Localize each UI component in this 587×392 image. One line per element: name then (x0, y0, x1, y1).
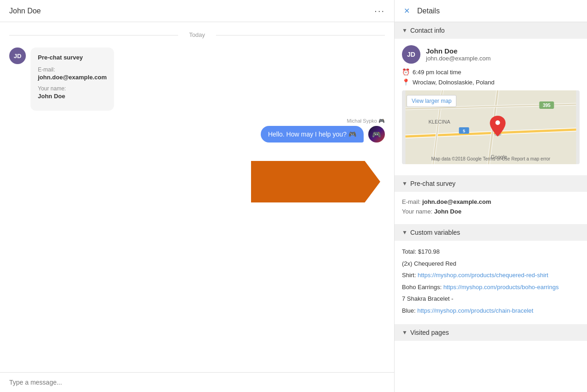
chat-panel: John Doe ··· Today JD Pre-chat survey E-… (0, 0, 395, 392)
svg-text:KLECINA: KLECINA (429, 119, 451, 125)
name-label: Your name: (38, 85, 107, 92)
total-value: $170.98 (418, 248, 440, 255)
name-value: John Doe (38, 93, 107, 100)
custom-vars-body: Total: $170.98 (2x) Chequered Red Shirt:… (395, 241, 587, 324)
location-icon: 📍 (402, 78, 410, 86)
contact-details: John Doe john.doe@example.com (426, 47, 491, 62)
chat-messages: Today JD Pre-chat survey E-mail: john.do… (0, 22, 394, 372)
svg-text:5: 5 (463, 129, 465, 133)
pre-chat-bubble: Pre-chat survey E-mail: john.doe@example… (30, 48, 114, 111)
sticker-shape (251, 161, 385, 207)
item3-link-row: Blue: https://myshop.com/products/chain-… (402, 306, 580, 315)
agent-avatar: 🎮 (368, 126, 385, 143)
contact-info-label: Contact info (410, 27, 445, 34)
local-time-row: ⏰ 6:49 pm local time (402, 68, 580, 76)
total-row: Total: $170.98 (402, 247, 580, 256)
item1-text: (2x) Chequered Red (402, 260, 456, 267)
pre-chat-name-value: John Doe (434, 208, 461, 215)
item3-text: 7 Shakra Bracelet - (402, 295, 453, 302)
visited-pages-label: Visited pages (410, 329, 449, 336)
details-title: Details (417, 7, 440, 15)
chat-header: John Doe ··· (0, 0, 394, 22)
user-avatar: JD (9, 48, 26, 64)
item1-row: (2x) Chequered Red (402, 259, 580, 268)
chevron-down-icon-2: ▼ (402, 180, 407, 187)
location-text: Wroclaw, Dolnoslaskie, Poland (413, 79, 495, 86)
item1-label: Shirt: (402, 272, 416, 279)
date-divider: Today (9, 31, 385, 38)
chevron-down-icon-4: ▼ (402, 329, 407, 336)
contact-info-section-header[interactable]: ▼ Contact info (395, 22, 587, 39)
item3-label: Blue: (402, 307, 416, 314)
email-value: john.doe@example.com (38, 74, 107, 81)
pre-chat-message-row: JD Pre-chat survey E-mail: john.doe@exam… (9, 48, 385, 111)
message-input[interactable] (9, 379, 385, 386)
item1-link-row: Shirt: https://myshop.com/products/chequ… (402, 271, 580, 280)
map-container: View larger map 395 5 KLECINA (402, 90, 580, 164)
email-label: E-mail: (38, 66, 107, 73)
pre-chat-email-label: E-mail: (402, 198, 420, 205)
agent-message-wrapper: Michał Sypko 🎮 Hello. How may I help you… (261, 118, 385, 143)
local-time: 6:49 pm local time (413, 69, 461, 76)
map-footer: Map data ©2018 Google Terms of Use Repor… (431, 156, 551, 161)
view-larger-map-button[interactable]: View larger map (407, 95, 456, 107)
total-label: Total: (402, 248, 416, 255)
pre-chat-email-value: john.doe@example.com (422, 198, 491, 205)
pre-chat-email-row: E-mail: john.doe@example.com (402, 198, 580, 205)
clock-icon: ⏰ (402, 68, 410, 76)
details-header: ✕ Details (395, 0, 587, 22)
location-row: 📍 Wroclaw, Dolnoslaskie, Poland (402, 78, 580, 86)
agent-message-row: Michał Sypko 🎮 Hello. How may I help you… (9, 118, 385, 143)
visited-pages-section-header[interactable]: ▼ Visited pages (395, 324, 587, 341)
chevron-down-icon: ▼ (402, 27, 407, 34)
details-panel: ✕ Details ▼ Contact info JD John Doe joh… (395, 0, 587, 392)
custom-vars-label: Custom variables (410, 229, 460, 236)
item2-row: Boho Earrings: https://myshop.com/produc… (402, 283, 580, 292)
item2-label: Boho Earrings: (402, 284, 442, 291)
item3-link[interactable]: https://myshop.com/products/chain-bracel… (417, 307, 533, 314)
pre-chat-name-row: Your name: John Doe (402, 208, 580, 215)
contact-info-body: JD John Doe john.doe@example.com ⏰ 6:49 … (395, 39, 587, 175)
pre-chat-section-label: Pre-chat survey (410, 180, 455, 187)
custom-vars-section-header[interactable]: ▼ Custom variables (395, 224, 587, 241)
agent-name: Michał Sypko 🎮 (347, 118, 385, 124)
contact-avatar: JD (402, 45, 420, 64)
sticker-arrow (251, 161, 380, 202)
svg-text:395: 395 (543, 103, 551, 108)
chat-title: John Doe (9, 7, 41, 15)
details-close-button[interactable]: ✕ (404, 6, 410, 15)
item3-row: 7 Shakra Bracelet - (402, 294, 580, 303)
contact-name-row: JD John Doe john.doe@example.com (402, 45, 580, 64)
contact-name: John Doe (426, 47, 491, 55)
agent-bubble-row: Hello. How may I help you? 🎮 🎮 (261, 126, 385, 143)
pre-chat-title: Pre-chat survey (38, 54, 107, 61)
item1-link[interactable]: https://myshop.com/products/chequered-re… (418, 272, 548, 279)
chevron-down-icon-3: ▼ (402, 229, 407, 236)
agent-bubble: Hello. How may I help you? 🎮 (261, 126, 364, 143)
item2-link[interactable]: https://myshop.com/products/boho-earring… (443, 284, 559, 291)
more-options-button[interactable]: ··· (374, 6, 385, 16)
agent-avatar-icon: 🎮 (372, 130, 381, 139)
pre-chat-name-label: Your name: (402, 208, 432, 215)
pre-chat-section-body: E-mail: john.doe@example.com Your name: … (395, 192, 587, 224)
pre-chat-section-header[interactable]: ▼ Pre-chat survey (395, 175, 587, 192)
chat-input-area (0, 372, 394, 392)
contact-email: john.doe@example.com (426, 55, 491, 62)
svg-point-15 (496, 120, 500, 125)
